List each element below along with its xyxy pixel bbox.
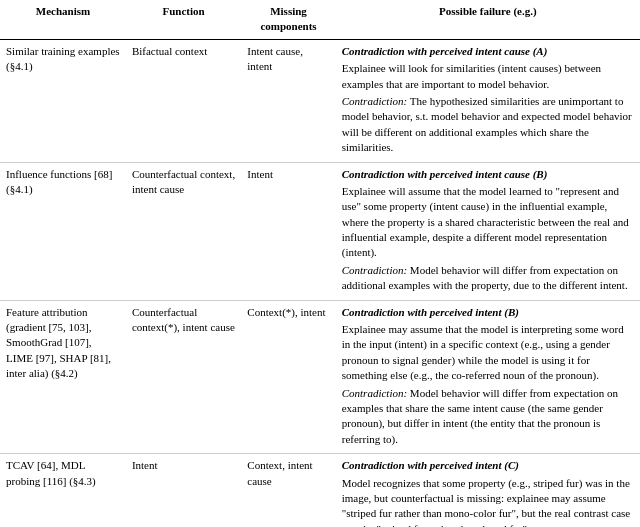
failure-title: Contradiction with perceived intent (C) [342, 458, 634, 473]
function-cell: Counterfactual context, intent cause [126, 162, 241, 300]
failure-text: Model recognizes that some property (e.g… [342, 476, 634, 527]
failure-text: Explainee may assume that the model is i… [342, 322, 634, 384]
table-row: Influence functions [68] (§4.1)Counterfa… [0, 162, 640, 300]
missing-cell: Intent [241, 162, 335, 300]
mechanism-cell: Influence functions [68] (§4.1) [0, 162, 126, 300]
missing-cell: Context, intent cause [241, 454, 335, 527]
table-row: TCAV [64], MDL probing [116] (§4.3)Inten… [0, 454, 640, 527]
failure-title: Contradiction with perceived intent caus… [342, 44, 634, 59]
mechanism-cell: Similar training examples (§4.1) [0, 39, 126, 162]
contradiction-text: Contradiction: The hypothesized similari… [342, 94, 634, 156]
col-header-failure: Possible failure (e.g.) [336, 0, 640, 39]
function-cell: Bifactual context [126, 39, 241, 162]
col-header-mechanism: Mechanism [0, 0, 126, 39]
mechanism-cell: TCAV [64], MDL probing [116] (§4.3) [0, 454, 126, 527]
failure-cell: Contradiction with perceived intent (B)E… [336, 300, 640, 454]
failure-cell: Contradiction with perceived intent (C)M… [336, 454, 640, 527]
table-row: Feature attribution (gradient [75, 103],… [0, 300, 640, 454]
failure-cell: Contradiction with perceived intent caus… [336, 39, 640, 162]
contradiction-text: Contradiction: Model behavior will diffe… [342, 386, 634, 448]
failure-text: Explainee will assume that the model lea… [342, 184, 634, 261]
missing-cell: Intent cause, intent [241, 39, 335, 162]
function-cell: Counterfactual context(*), intent cause [126, 300, 241, 454]
function-cell: Intent [126, 454, 241, 527]
failure-title: Contradiction with perceived intent (B) [342, 305, 634, 320]
missing-cell: Context(*), intent [241, 300, 335, 454]
failure-text: Explainee will look for similarities (in… [342, 61, 634, 92]
col-header-missing: Missing components [241, 0, 335, 39]
failure-cell: Contradiction with perceived intent caus… [336, 162, 640, 300]
failure-title: Contradiction with perceived intent caus… [342, 167, 634, 182]
table-row: Similar training examples (§4.1)Bifactua… [0, 39, 640, 162]
mechanism-cell: Feature attribution (gradient [75, 103],… [0, 300, 126, 454]
contradiction-text: Contradiction: Model behavior will diffe… [342, 263, 634, 294]
col-header-function: Function [126, 0, 241, 39]
